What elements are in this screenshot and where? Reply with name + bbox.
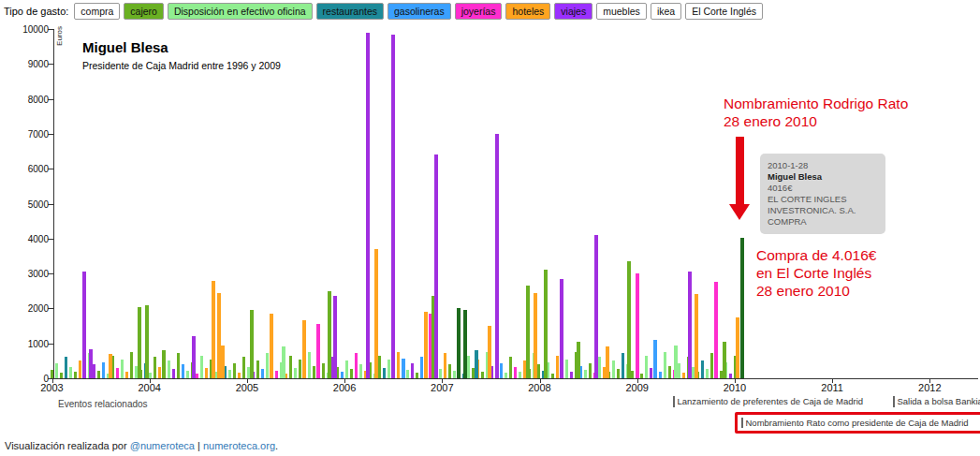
bar[interactable] [584, 370, 587, 378]
bar[interactable] [316, 324, 320, 378]
bar[interactable] [509, 357, 512, 378]
bar[interactable] [481, 372, 484, 378]
bar[interactable] [544, 270, 548, 378]
bar[interactable] [714, 282, 718, 378]
bar[interactable] [500, 363, 503, 378]
bar[interactable] [221, 346, 225, 378]
bar[interactable] [97, 371, 100, 378]
bar[interactable] [212, 281, 215, 378]
filter-button-muebles[interactable]: muebles [596, 3, 647, 20]
bar[interactable] [302, 320, 306, 378]
bar[interactable] [130, 352, 133, 378]
bar[interactable] [577, 342, 580, 378]
link-numeroteca-site[interactable]: numeroteca.org [203, 440, 275, 451]
bar[interactable] [172, 369, 175, 378]
bar[interactable] [333, 296, 337, 378]
bar[interactable] [402, 359, 405, 378]
bar[interactable] [682, 373, 685, 378]
bar[interactable] [622, 353, 624, 378]
filter-button-viajes[interactable]: viajes [554, 3, 592, 20]
bar[interactable] [65, 357, 67, 378]
bar[interactable] [448, 364, 451, 378]
bar[interactable] [89, 349, 93, 378]
bar[interactable] [537, 364, 540, 378]
bar[interactable] [270, 314, 273, 378]
bar[interactable] [102, 362, 105, 378]
bar[interactable] [233, 363, 236, 378]
bar[interactable] [467, 356, 470, 378]
bar[interactable] [261, 369, 264, 378]
bar[interactable] [495, 134, 499, 378]
bar[interactable] [383, 368, 386, 378]
bar[interactable] [475, 350, 478, 378]
bar[interactable] [740, 238, 744, 378]
bar[interactable] [434, 154, 438, 378]
bar[interactable] [701, 360, 704, 378]
bar[interactable] [650, 368, 652, 378]
bar[interactable] [289, 356, 292, 378]
bar[interactable] [228, 370, 231, 378]
bar[interactable] [688, 272, 692, 378]
bar[interactable] [93, 364, 95, 378]
bar[interactable] [322, 363, 325, 378]
bar[interactable] [266, 353, 269, 378]
bar[interactable] [612, 360, 615, 378]
bar[interactable] [366, 33, 370, 378]
filter-button-joyerias[interactable]: joyerías [455, 3, 503, 20]
bar[interactable] [192, 336, 196, 378]
bar[interactable] [116, 368, 119, 378]
bar[interactable] [594, 235, 598, 378]
bar[interactable] [710, 353, 713, 378]
bar[interactable] [168, 360, 170, 378]
bar[interactable] [238, 373, 241, 378]
bar[interactable] [55, 363, 58, 378]
bar[interactable] [560, 279, 563, 378]
bar[interactable] [82, 272, 86, 378]
bar[interactable] [736, 317, 739, 378]
bar[interactable] [138, 307, 141, 378]
bar[interactable] [636, 273, 639, 378]
bar[interactable] [121, 360, 124, 378]
bar[interactable] [589, 363, 592, 378]
bar[interactable] [205, 368, 208, 378]
bar[interactable] [439, 369, 442, 378]
bar[interactable] [328, 291, 331, 378]
bar[interactable] [627, 261, 631, 378]
bar[interactable] [355, 353, 358, 378]
bar[interactable] [313, 366, 315, 378]
bar[interactable] [154, 357, 156, 378]
filter-button-gasolineras[interactable]: gasolineras [388, 3, 451, 20]
bar[interactable] [411, 363, 414, 378]
bar[interactable] [729, 374, 732, 378]
bar[interactable] [606, 346, 609, 378]
bar[interactable] [350, 369, 353, 378]
filter-button-hoteles[interactable]: hoteles [505, 3, 550, 20]
bar[interactable] [250, 310, 254, 378]
bar[interactable] [488, 326, 491, 378]
bar[interactable] [359, 364, 362, 378]
bar[interactable] [256, 360, 259, 378]
bar[interactable] [706, 369, 709, 378]
filter-button-ikea[interactable]: ikea [651, 3, 681, 20]
bar[interactable] [598, 357, 601, 378]
bar[interactable] [145, 305, 149, 378]
bar[interactable] [631, 371, 634, 378]
bar[interactable] [391, 35, 395, 378]
bar[interactable] [570, 372, 573, 378]
bar[interactable] [723, 342, 726, 378]
bar[interactable] [341, 372, 344, 378]
bar[interactable] [678, 363, 680, 378]
bar[interactable] [514, 367, 517, 378]
bar[interactable] [695, 294, 698, 378]
bar[interactable] [162, 350, 166, 378]
bar[interactable] [397, 352, 400, 378]
bar[interactable] [158, 367, 161, 378]
bar[interactable] [242, 357, 245, 378]
bar[interactable] [664, 352, 666, 378]
bar[interactable] [659, 372, 662, 378]
bar[interactable] [453, 371, 456, 378]
bar[interactable] [125, 372, 128, 378]
filter-button-restaurantes[interactable]: restaurantes [316, 3, 384, 20]
bar[interactable] [79, 360, 81, 378]
bar[interactable] [457, 308, 461, 378]
